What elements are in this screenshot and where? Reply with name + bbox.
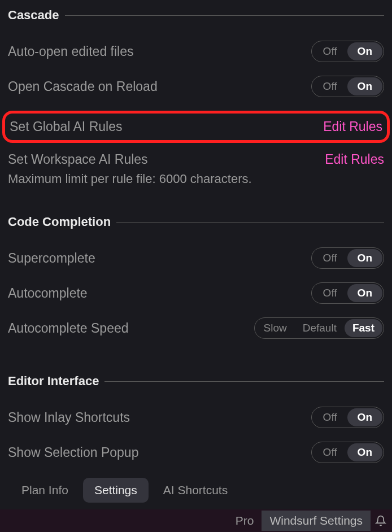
toggle-off[interactable]: Off: [313, 42, 347, 60]
edit-rules-link-workspace[interactable]: Edit Rules: [325, 152, 384, 167]
setting-label: Autocomplete Speed: [8, 321, 129, 336]
speed-default[interactable]: Default: [295, 319, 345, 337]
status-pro[interactable]: Pro: [228, 511, 262, 531]
toggle-open-reload[interactable]: Off On: [311, 76, 384, 97]
setting-label: Set Workspace AI Rules: [8, 152, 148, 167]
edit-rules-link-global[interactable]: Edit Rules: [323, 119, 382, 134]
tab-ai-shortcuts[interactable]: AI Shortcuts: [152, 478, 239, 503]
toggle-selection-popup[interactable]: Off On: [311, 442, 384, 463]
toggle-on[interactable]: On: [347, 42, 382, 60]
tab-settings[interactable]: Settings: [83, 478, 149, 503]
tab-plan-info[interactable]: Plan Info: [10, 478, 80, 503]
setting-label: Show Inlay Shortcuts: [8, 410, 130, 425]
toggle-off[interactable]: Off: [313, 443, 347, 461]
toggle-on[interactable]: On: [347, 443, 382, 461]
toggle-on[interactable]: On: [347, 77, 382, 95]
toggle-off[interactable]: Off: [313, 408, 347, 426]
toggle-inlay[interactable]: Off On: [311, 407, 384, 428]
setting-label: Show Selection Popup: [8, 445, 138, 460]
toggle-off[interactable]: Off: [313, 77, 347, 95]
setting-label: Open Cascade on Reload: [8, 79, 158, 94]
setting-label: Auto-open edited files: [8, 44, 134, 59]
section-title: Code Completion: [8, 215, 111, 229]
toggle-auto-open[interactable]: Off On: [311, 41, 384, 62]
row-selection-popup: Show Selection Popup Off On: [8, 435, 384, 470]
toggle-supercomplete[interactable]: Off On: [311, 247, 384, 269]
setting-label: Set Global AI Rules: [10, 119, 122, 134]
row-autocomplete: Autocomplete Off On: [8, 276, 384, 311]
toggle-on[interactable]: On: [347, 408, 382, 426]
section-title: Editor Interface: [8, 374, 99, 389]
row-inlay-shortcuts: Show Inlay Shortcuts Off On: [8, 400, 384, 435]
row-open-cascade-reload: Open Cascade on Reload Off On: [8, 69, 384, 104]
setting-label: Supercomplete: [8, 251, 95, 266]
section-cascade: Cascade Auto-open edited files Off On Op…: [8, 8, 384, 186]
rules-note: Maximum limit per rule file: 6000 charac…: [8, 172, 384, 186]
bell-icon[interactable]: [375, 514, 386, 527]
section-title: Cascade: [8, 8, 59, 23]
section-code-completion: Code Completion Supercomplete Off On Aut…: [8, 215, 384, 346]
row-workspace-ai-rules: Set Workspace AI Rules Edit Rules: [8, 143, 384, 168]
bottom-tabs: Plan Info Settings AI Shortcuts: [0, 474, 392, 509]
toggle-on[interactable]: On: [347, 249, 382, 267]
section-rule: [104, 381, 384, 382]
speed-fast[interactable]: Fast: [345, 319, 382, 337]
highlight-global-ai-rules: Set Global AI Rules Edit Rules: [2, 111, 390, 143]
section-header-editor-interface: Editor Interface: [8, 374, 384, 389]
toggle-speed[interactable]: Slow Default Fast: [254, 317, 384, 339]
section-editor-interface: Editor Interface Show Inlay Shortcuts Of…: [8, 374, 384, 470]
section-header-code-completion: Code Completion: [8, 215, 384, 229]
status-bar: Pro Windsurf Settings: [0, 509, 392, 532]
toggle-off[interactable]: Off: [313, 284, 347, 302]
toggle-on[interactable]: On: [347, 284, 382, 302]
row-autocomplete-speed: Autocomplete Speed Slow Default Fast: [8, 311, 384, 346]
toggle-autocomplete[interactable]: Off On: [311, 282, 384, 304]
toggle-off[interactable]: Off: [313, 249, 347, 267]
status-windsurf-settings[interactable]: Windsurf Settings: [262, 511, 371, 531]
setting-label: Autocomplete: [8, 286, 88, 301]
section-header-cascade: Cascade: [8, 8, 384, 23]
section-rule: [116, 222, 384, 223]
section-rule: [65, 15, 384, 16]
row-auto-open-edited-files: Auto-open edited files Off On: [8, 34, 384, 69]
row-supercomplete: Supercomplete Off On: [8, 241, 384, 276]
speed-slow[interactable]: Slow: [256, 319, 295, 337]
